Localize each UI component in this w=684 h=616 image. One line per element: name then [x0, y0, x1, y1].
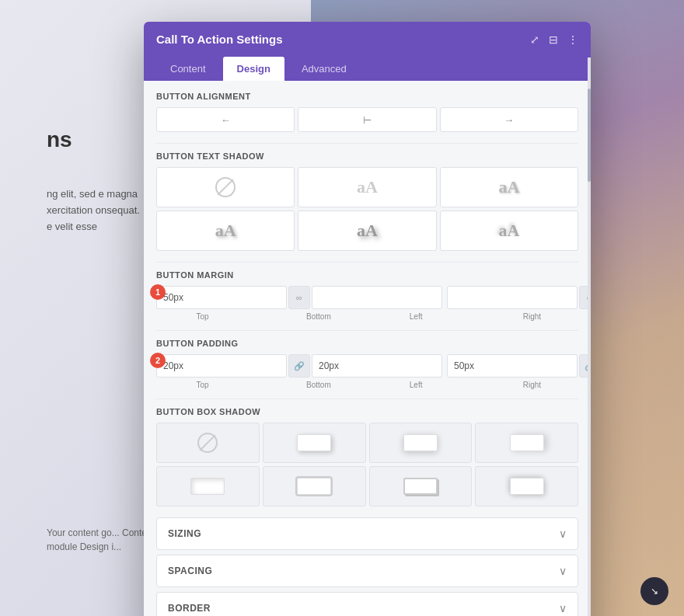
shadow-none[interactable]: [156, 167, 295, 207]
box-shadow-4[interactable]: [156, 466, 260, 506]
border-chevron: ∨: [559, 602, 567, 614]
margin-bottom-input[interactable]: [312, 286, 442, 309]
box-shadow-preview-6: [403, 478, 438, 495]
padding-labels: Top Bottom Left Right: [156, 381, 578, 389]
box-shadow-preview-5: [297, 478, 331, 495]
padding-top-input[interactable]: [156, 354, 287, 378]
text-shadow-grid: aA aA aA aA aA: [156, 167, 578, 251]
margin-bottom-label: Bottom: [272, 312, 365, 321]
box-shadow-preview-2: [403, 434, 438, 451]
no-shadow-icon: [215, 177, 236, 197]
background-paragraph: ng elit, sed e magna xercitation onsequa…: [47, 186, 148, 235]
box-shadow-1[interactable]: [263, 423, 366, 463]
margin-input-row: ∞ ∞: [156, 286, 578, 309]
step-badge-2: 2: [150, 353, 166, 368]
border-label: Border: [168, 603, 211, 614]
shadow-text-2: aA: [498, 177, 519, 197]
button-alignment-label: Button Alignment: [156, 92, 578, 101]
shadow-3[interactable]: aA: [156, 211, 295, 251]
margin-left-label: Left: [370, 312, 462, 321]
scroll-indicator: [588, 57, 591, 616]
shadow-5[interactable]: aA: [440, 211, 578, 251]
padding-label-group-right: Left Right: [370, 381, 579, 389]
margin-left-group: ∞: [156, 286, 442, 309]
modal-body: Button Alignment ← ⊢ → Button Text Shado…: [144, 81, 591, 616]
modal-header: Call To Action Settings ⤢ ⊟ ⋮: [144, 22, 591, 57]
padding-top-label: Top: [156, 381, 249, 389]
padding-bottom-input[interactable]: [312, 354, 442, 378]
shadow-4[interactable]: aA: [298, 211, 436, 251]
spacing-label: Spacing: [168, 566, 212, 576]
margin-labels: Top Bottom Left Right: [156, 312, 578, 321]
sizing-label: Sizing: [168, 528, 201, 539]
alignment-row: ← ⊢ →: [156, 107, 578, 132]
padding-label-group-left: Top Bottom: [156, 381, 365, 389]
shadow-text-1: aA: [357, 177, 378, 197]
align-right-btn[interactable]: →: [440, 107, 578, 132]
button-box-shadow-label: Button Box Shadow: [156, 407, 578, 416]
margin-right-group: ∞: [447, 286, 591, 309]
box-shadow-grid: [156, 423, 578, 506]
tab-advanced[interactable]: Advanced: [288, 57, 361, 81]
no-box-shadow-icon: [197, 433, 218, 453]
margin-link-icon[interactable]: ∞: [288, 286, 310, 309]
modal-title: Call To Action Settings: [156, 33, 283, 46]
tab-content[interactable]: Content: [156, 57, 220, 81]
header-icons: ⤢ ⊟ ⋮: [530, 33, 578, 46]
button-margin-section: 1 Button Margin ∞ ∞ Top: [156, 270, 578, 321]
box-shadow-5[interactable]: [263, 466, 366, 506]
spacing-chevron: ∨: [559, 565, 567, 577]
sizing-section[interactable]: Sizing ∨: [156, 517, 578, 550]
dark-circle-button[interactable]: ↘: [640, 577, 668, 605]
step-badge-1: 1: [150, 284, 166, 300]
box-shadow-preview-4: [190, 478, 225, 495]
padding-right-group: 🔗: [447, 354, 591, 378]
margin-label-group-left: Top Bottom: [156, 312, 365, 321]
shadow-2[interactable]: aA: [440, 167, 578, 207]
box-shadow-2[interactable]: [369, 423, 473, 463]
dark-circle-icon: ↘: [651, 586, 658, 597]
scroll-thumb: [588, 89, 591, 182]
align-center-btn[interactable]: ⊢: [298, 107, 436, 132]
padding-input-row: 🔗 🔗: [156, 354, 578, 378]
box-shadow-preview-7: [510, 478, 544, 495]
align-left-btn[interactable]: ←: [156, 107, 295, 132]
button-padding-section: 2 Button Padding 🔗 🔗 Top Bottom: [156, 339, 578, 389]
margin-left-input[interactable]: [447, 286, 578, 309]
padding-left-label: Left: [370, 381, 462, 389]
box-shadow-preview-1: [297, 434, 331, 451]
box-shadow-3[interactable]: [475, 423, 578, 463]
button-padding-label: Button Padding: [156, 339, 578, 348]
margin-top-input[interactable]: [156, 286, 287, 309]
padding-bottom-label: Bottom: [272, 381, 365, 389]
box-shadow-7[interactable]: [475, 466, 578, 506]
expand-icon[interactable]: ⤢: [530, 33, 539, 46]
margin-top-label: Top: [156, 312, 249, 321]
shadow-text-5: aA: [498, 221, 519, 241]
box-shadow-6[interactable]: [369, 466, 473, 506]
button-text-shadow-label: Button Text Shadow: [156, 151, 578, 161]
more-icon[interactable]: ⋮: [567, 33, 578, 46]
padding-left-input[interactable]: [447, 354, 578, 378]
button-margin-label: Button Margin: [156, 270, 578, 280]
padding-link-icon-1[interactable]: 🔗: [288, 354, 310, 378]
sizing-chevron: ∨: [559, 527, 567, 540]
shadow-text-4: aA: [357, 221, 378, 241]
columns-icon[interactable]: ⊟: [549, 33, 558, 46]
margin-label-group-right: Left Right: [370, 312, 579, 321]
shadow-1[interactable]: aA: [298, 167, 436, 207]
padding-left-group: 🔗: [156, 354, 442, 378]
padding-right-label: Right: [486, 381, 578, 389]
box-shadow-none[interactable]: [156, 423, 260, 463]
box-shadow-preview-3: [510, 434, 544, 451]
border-section[interactable]: Border ∨: [156, 592, 578, 616]
shadow-text-3: aA: [215, 221, 236, 241]
margin-right-label: Right: [486, 312, 578, 321]
tab-design[interactable]: Design: [223, 57, 284, 81]
modal-tabs: Content Design Advanced: [144, 57, 591, 81]
modal-dialog: Call To Action Settings ⤢ ⊟ ⋮ Content De…: [144, 22, 591, 616]
spacing-section[interactable]: Spacing ∨: [156, 555, 578, 587]
background-heading: ns: [47, 124, 72, 155]
